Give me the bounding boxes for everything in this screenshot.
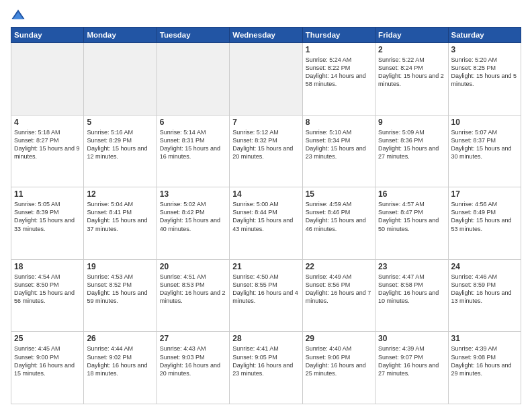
calendar-cell: 7Sunrise: 5:12 AM Sunset: 8:32 PM Daylig…: [230, 115, 302, 187]
day-number: 24: [451, 262, 518, 271]
day-number: 9: [378, 118, 445, 127]
day-number: 6: [160, 118, 226, 127]
calendar-cell: 1Sunrise: 5:24 AM Sunset: 8:22 PM Daylig…: [302, 43, 375, 116]
calendar-cell: 8Sunrise: 5:10 AM Sunset: 8:34 PM Daylig…: [302, 115, 375, 187]
calendar-cell: 28Sunrise: 4:41 AM Sunset: 9:05 PM Dayli…: [230, 332, 302, 404]
day-info: Sunrise: 4:56 AM Sunset: 8:49 PM Dayligh…: [451, 200, 518, 233]
weekday-header-sunday: Sunday: [11, 28, 84, 43]
calendar-cell: [11, 43, 84, 116]
day-number: 19: [87, 262, 153, 271]
calendar-cell: 10Sunrise: 5:07 AM Sunset: 8:37 PM Dayli…: [448, 115, 521, 187]
calendar-cell: 31Sunrise: 4:39 AM Sunset: 9:08 PM Dayli…: [448, 332, 521, 404]
week-row-3: 18Sunrise: 4:54 AM Sunset: 8:50 PM Dayli…: [11, 259, 521, 332]
day-number: 18: [14, 262, 81, 271]
day-number: 31: [451, 334, 518, 343]
day-number: 15: [306, 189, 372, 199]
day-info: Sunrise: 5:09 AM Sunset: 8:36 PM Dayligh…: [378, 128, 445, 161]
calendar-cell: 14Sunrise: 5:00 AM Sunset: 8:44 PM Dayli…: [230, 187, 302, 260]
day-number: 10: [451, 118, 518, 127]
day-number: 30: [378, 334, 445, 343]
week-row-2: 11Sunrise: 5:05 AM Sunset: 8:39 PM Dayli…: [11, 187, 521, 260]
day-info: Sunrise: 4:51 AM Sunset: 8:53 PM Dayligh…: [160, 273, 226, 306]
calendar-cell: 11Sunrise: 5:05 AM Sunset: 8:39 PM Dayli…: [11, 187, 84, 260]
day-info: Sunrise: 5:20 AM Sunset: 8:25 PM Dayligh…: [451, 56, 518, 89]
day-info: Sunrise: 4:39 AM Sunset: 9:07 PM Dayligh…: [378, 345, 445, 377]
calendar-cell: 16Sunrise: 4:57 AM Sunset: 8:47 PM Dayli…: [375, 187, 448, 260]
calendar-cell: 15Sunrise: 4:59 AM Sunset: 8:46 PM Dayli…: [302, 187, 375, 260]
day-info: Sunrise: 5:05 AM Sunset: 8:39 PM Dayligh…: [14, 200, 81, 233]
day-info: Sunrise: 4:46 AM Sunset: 8:59 PM Dayligh…: [451, 273, 518, 306]
day-number: 16: [378, 189, 445, 199]
day-number: 28: [232, 334, 299, 343]
day-info: Sunrise: 4:41 AM Sunset: 9:05 PM Dayligh…: [232, 345, 299, 377]
week-row-0: 1Sunrise: 5:24 AM Sunset: 8:22 PM Daylig…: [11, 43, 521, 116]
calendar-cell: 19Sunrise: 4:53 AM Sunset: 8:52 PM Dayli…: [84, 259, 157, 332]
day-info: Sunrise: 5:18 AM Sunset: 8:27 PM Dayligh…: [14, 128, 81, 161]
weekday-header-saturday: Saturday: [448, 28, 521, 43]
calendar-cell: 23Sunrise: 4:47 AM Sunset: 8:58 PM Dayli…: [375, 259, 448, 332]
day-number: 26: [87, 334, 153, 343]
calendar-cell: 6Sunrise: 5:14 AM Sunset: 8:31 PM Daylig…: [157, 115, 229, 187]
calendar-cell: 18Sunrise: 4:54 AM Sunset: 8:50 PM Dayli…: [11, 259, 84, 332]
calendar-cell: 26Sunrise: 4:44 AM Sunset: 9:02 PM Dayli…: [84, 332, 157, 404]
header: [11, 8, 521, 23]
day-info: Sunrise: 4:43 AM Sunset: 9:03 PM Dayligh…: [160, 345, 226, 377]
day-info: Sunrise: 4:47 AM Sunset: 8:58 PM Dayligh…: [378, 273, 445, 306]
day-number: 7: [232, 118, 299, 127]
day-number: 13: [160, 189, 226, 199]
day-info: Sunrise: 5:12 AM Sunset: 8:32 PM Dayligh…: [232, 128, 299, 161]
calendar-cell: 21Sunrise: 4:50 AM Sunset: 8:55 PM Dayli…: [230, 259, 302, 332]
day-info: Sunrise: 5:16 AM Sunset: 8:29 PM Dayligh…: [87, 128, 153, 161]
calendar-cell: 24Sunrise: 4:46 AM Sunset: 8:59 PM Dayli…: [448, 259, 521, 332]
calendar-cell: [157, 43, 229, 116]
day-number: 8: [306, 118, 372, 127]
day-number: 11: [14, 189, 81, 199]
day-number: 3: [451, 45, 518, 54]
day-number: 21: [232, 262, 299, 271]
day-info: Sunrise: 5:22 AM Sunset: 8:24 PM Dayligh…: [378, 56, 445, 89]
day-info: Sunrise: 5:00 AM Sunset: 8:44 PM Dayligh…: [232, 200, 299, 233]
day-info: Sunrise: 4:40 AM Sunset: 9:06 PM Dayligh…: [306, 345, 372, 377]
logo: [11, 8, 28, 23]
calendar-body: 1Sunrise: 5:24 AM Sunset: 8:22 PM Daylig…: [11, 43, 521, 404]
day-number: 23: [378, 262, 445, 271]
day-number: 14: [232, 189, 299, 199]
day-info: Sunrise: 4:59 AM Sunset: 8:46 PM Dayligh…: [306, 200, 372, 233]
day-number: 5: [87, 118, 153, 127]
day-number: 4: [14, 118, 81, 127]
day-info: Sunrise: 4:54 AM Sunset: 8:50 PM Dayligh…: [14, 273, 81, 306]
day-number: 1: [306, 45, 372, 54]
day-number: 20: [160, 262, 226, 271]
calendar-cell: 29Sunrise: 4:40 AM Sunset: 9:06 PM Dayli…: [302, 332, 375, 404]
calendar-cell: 17Sunrise: 4:56 AM Sunset: 8:49 PM Dayli…: [448, 187, 521, 260]
day-number: 2: [378, 45, 445, 54]
calendar-cell: [84, 43, 157, 116]
calendar-cell: 13Sunrise: 5:02 AM Sunset: 8:42 PM Dayli…: [157, 187, 229, 260]
calendar-header: SundayMondayTuesdayWednesdayThursdayFrid…: [11, 28, 521, 43]
weekday-row: SundayMondayTuesdayWednesdayThursdayFrid…: [11, 28, 521, 43]
weekday-header-tuesday: Tuesday: [157, 28, 229, 43]
calendar-cell: 30Sunrise: 4:39 AM Sunset: 9:07 PM Dayli…: [375, 332, 448, 404]
calendar-cell: 20Sunrise: 4:51 AM Sunset: 8:53 PM Dayli…: [157, 259, 229, 332]
day-info: Sunrise: 4:50 AM Sunset: 8:55 PM Dayligh…: [232, 273, 299, 306]
day-number: 27: [160, 334, 226, 343]
day-number: 12: [87, 189, 153, 199]
calendar-cell: [230, 43, 302, 116]
day-number: 22: [306, 262, 372, 271]
day-number: 29: [306, 334, 372, 343]
day-info: Sunrise: 4:53 AM Sunset: 8:52 PM Dayligh…: [87, 273, 153, 306]
calendar-cell: 12Sunrise: 5:04 AM Sunset: 8:41 PM Dayli…: [84, 187, 157, 260]
day-info: Sunrise: 4:49 AM Sunset: 8:56 PM Dayligh…: [306, 273, 372, 306]
day-info: Sunrise: 4:44 AM Sunset: 9:02 PM Dayligh…: [87, 345, 153, 377]
day-info: Sunrise: 5:24 AM Sunset: 8:22 PM Dayligh…: [306, 56, 372, 89]
calendar-cell: 4Sunrise: 5:18 AM Sunset: 8:27 PM Daylig…: [11, 115, 84, 187]
calendar-cell: 2Sunrise: 5:22 AM Sunset: 8:24 PM Daylig…: [375, 43, 448, 116]
weekday-header-friday: Friday: [375, 28, 448, 43]
calendar-table: SundayMondayTuesdayWednesdayThursdayFrid…: [11, 27, 521, 404]
calendar-cell: 22Sunrise: 4:49 AM Sunset: 8:56 PM Dayli…: [302, 259, 375, 332]
calendar-cell: 25Sunrise: 4:45 AM Sunset: 9:00 PM Dayli…: [11, 332, 84, 404]
weekday-header-monday: Monday: [84, 28, 157, 43]
day-info: Sunrise: 4:39 AM Sunset: 9:08 PM Dayligh…: [451, 345, 518, 377]
page: SundayMondayTuesdayWednesdayThursdayFrid…: [0, 0, 532, 411]
calendar-cell: 9Sunrise: 5:09 AM Sunset: 8:36 PM Daylig…: [375, 115, 448, 187]
